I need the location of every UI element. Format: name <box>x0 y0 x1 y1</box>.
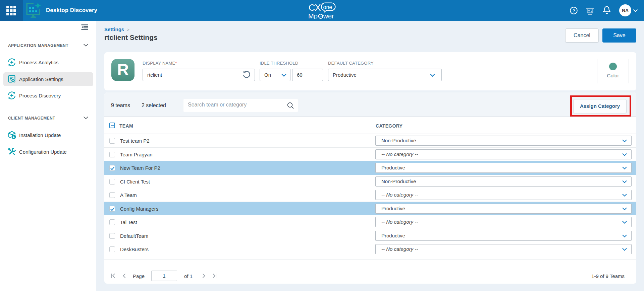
svg-text:one: one <box>323 4 332 10</box>
svg-text:wer: wer <box>323 12 334 19</box>
svg-text:Mp: Mp <box>308 12 318 19</box>
svg-text:?: ? <box>573 8 575 13</box>
svg-text:CX: CX <box>309 3 321 13</box>
